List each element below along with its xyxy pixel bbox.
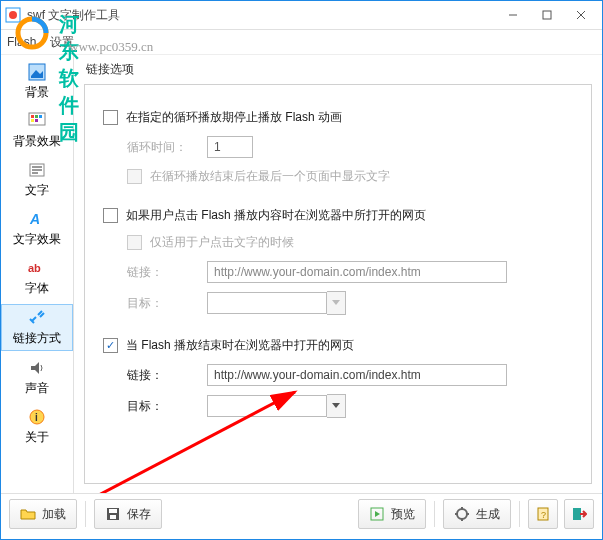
target-label: 目标： [127,295,207,312]
help-button[interactable]: ? [528,499,558,529]
svg-text:ab: ab [28,262,41,274]
minimize-icon [508,10,518,20]
sidebar-item-about[interactable]: i 关于 [1,404,73,449]
app-window: 河东软件园 www.pc0359.cn swf 文字制作工具 Flash 设置 [0,0,603,540]
link-icon [27,308,47,328]
click-link-input[interactable] [207,261,507,283]
menu-flash[interactable]: Flash [7,35,36,49]
checkbox-show-text-last[interactable] [127,169,142,184]
sidebar-item-link[interactable]: 链接方式 [1,304,73,351]
target-label: 目标： [127,398,207,415]
build-button[interactable]: 生成 [443,499,511,529]
click-target-row: 目标： [127,291,577,315]
chevron-down-icon [327,291,346,315]
svg-text:A: A [29,211,40,227]
help-icon: ? [535,506,551,522]
sidebar-item-label: 关于 [25,429,49,446]
sidebar-item-label: 背景效果 [13,133,61,150]
svg-marker-24 [332,300,340,305]
svg-rect-14 [35,119,38,122]
svg-point-2 [9,11,17,19]
loop-time-label: 循环时间： [127,139,207,156]
checkbox-stop-loop[interactable] [103,110,118,125]
close-icon [576,10,586,20]
separator [519,501,520,527]
end-target-select[interactable] [207,394,346,418]
sidebar-item-label: 字体 [25,280,49,297]
app-icon [5,7,21,23]
checkbox-label: 仅适用于户点击文字的时候 [150,234,294,251]
opt-end-url: 当 Flash 播放结束时在浏览器中打开的网页 [103,337,577,354]
click-target-select[interactable] [207,291,346,315]
svg-rect-13 [31,119,34,122]
sidebar: 背景 背景效果 文字 A 文字效果 ab 字体 链接方式 [1,55,74,493]
checkbox-label: 如果用户点击 Flash 播放内容时在浏览器中所打开的网页 [126,207,426,224]
background-icon [27,62,47,82]
menubar: Flash 设置 [1,30,602,55]
sound-icon [27,358,47,378]
svg-text:i: i [35,412,38,423]
font-icon: ab [27,258,47,278]
close-button[interactable] [564,4,598,26]
bg-effect-icon [27,111,47,131]
svg-marker-21 [31,362,39,374]
titlebar: swf 文字制作工具 [1,1,602,30]
checkbox-only-text[interactable] [127,235,142,250]
menu-settings[interactable]: 设置 [50,34,74,51]
opt-click-url: 如果用户点击 Flash 播放内容时在浏览器中所打开的网页 [103,207,577,224]
checkbox-end-url[interactable] [103,338,118,353]
sidebar-item-label: 声音 [25,380,49,397]
select-value [207,292,327,314]
svg-rect-10 [31,115,34,118]
opt-show-text-last: 在循环播放结束后在最后一个页面中显示文字 [127,168,577,185]
minimize-button[interactable] [496,4,530,26]
sidebar-item-sound[interactable]: 声音 [1,355,73,400]
about-icon: i [27,407,47,427]
load-button[interactable]: 加载 [9,499,77,529]
loop-time-input[interactable] [207,136,253,158]
preview-icon [369,506,385,522]
checkbox-click-url[interactable] [103,208,118,223]
svg-rect-11 [35,115,38,118]
end-link-input[interactable] [207,364,507,386]
chevron-down-icon [327,394,346,418]
sidebar-item-bg-effect[interactable]: 背景效果 [1,108,73,153]
svg-rect-36 [573,508,581,520]
window-controls [496,4,598,26]
link-label: 链接： [127,264,207,281]
svg-marker-32 [375,511,380,517]
svg-rect-12 [39,115,42,118]
sidebar-item-label: 背景 [25,84,49,101]
text-icon [27,160,47,180]
separator [85,501,86,527]
separator [434,501,435,527]
body: 背景 背景效果 文字 A 文字效果 ab 字体 链接方式 [1,55,602,493]
svg-point-33 [457,509,467,519]
checkbox-label: 在指定的循环播放期停止播放 Flash 动画 [126,109,342,126]
button-label: 预览 [391,506,415,523]
svg-marker-25 [332,403,340,408]
options-group: 在指定的循环播放期停止播放 Flash 动画 循环时间： 在循环播放结束后在最后… [84,84,592,484]
panel-title: 链接选项 [86,61,592,78]
checkbox-label: 当 Flash 播放结束时在浏览器中打开的网页 [126,337,354,354]
exit-button[interactable] [564,499,594,529]
click-link-row: 链接： [127,261,577,283]
preview-button[interactable]: 预览 [358,499,426,529]
select-value [207,395,327,417]
svg-text:?: ? [541,510,546,520]
loop-time-row: 循环时间： [127,136,577,158]
sidebar-item-font[interactable]: ab 字体 [1,255,73,300]
sidebar-item-label: 文字 [25,182,49,199]
svg-rect-29 [109,509,117,513]
svg-rect-4 [543,11,551,19]
sidebar-item-background[interactable]: 背景 [1,59,73,104]
save-button[interactable]: 保存 [94,499,162,529]
maximize-button[interactable] [530,4,564,26]
bottombar: 加载 保存 预览 生成 ? [1,493,602,534]
sidebar-item-text-effect[interactable]: A 文字效果 [1,206,73,251]
opt-stop-after-loop: 在指定的循环播放期停止播放 Flash 动画 [103,109,577,126]
exit-icon [571,506,587,522]
svg-rect-30 [110,515,116,519]
folder-open-icon [20,506,36,522]
sidebar-item-text[interactable]: 文字 [1,157,73,202]
